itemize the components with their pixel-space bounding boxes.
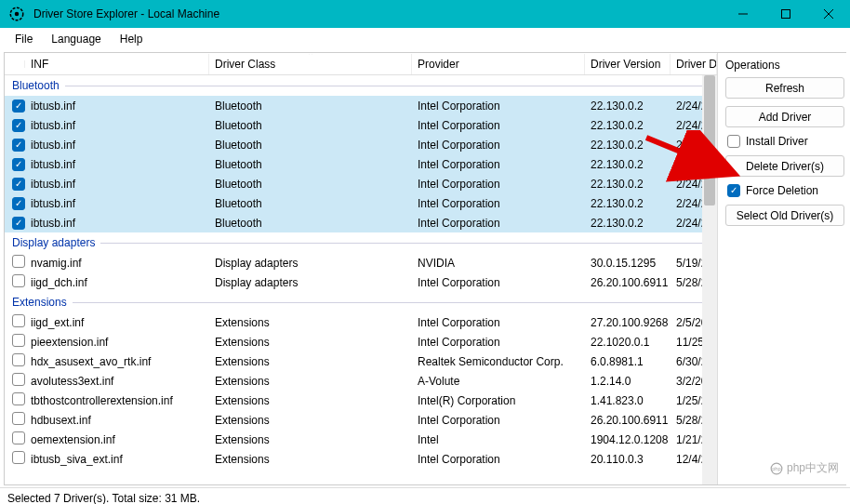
status-text: Selected 7 Driver(s). Total size: 31 MB. [7, 492, 200, 505]
svg-rect-3 [782, 10, 790, 19]
add-driver-button[interactable]: Add Driver [725, 106, 844, 127]
group-header[interactable]: Display adapters [5, 232, 717, 253]
table-row[interactable]: ibtusb_siva_ext.infExtensionsIntel Corpo… [5, 449, 717, 469]
cell-class: Bluetooth [209, 137, 412, 153]
group-name: Display adapters [12, 236, 95, 249]
table-row[interactable]: ibtusb.infBluetoothIntel Corporation22.1… [5, 174, 717, 193]
select-old-drivers-button[interactable]: Select Old Driver(s) [725, 205, 844, 226]
cell-inf: iigd_dch.inf [25, 274, 209, 291]
group-header[interactable]: Bluetooth [5, 75, 717, 96]
cell-provider: Intel Corporation [412, 176, 585, 192]
cell-class: Bluetooth [209, 195, 412, 212]
cell-provider: Intel [412, 431, 585, 448]
col-inf[interactable]: INF [25, 54, 209, 74]
col-provider[interactable]: Provider [412, 54, 585, 74]
table-row[interactable]: hdx_asusext_avo_rtk.infExtensionsRealtek… [5, 351, 717, 371]
cell-class: Bluetooth [209, 215, 412, 232]
menubar: File Language Help [0, 28, 850, 50]
operations-title: Operations [725, 59, 844, 72]
cell-version: 1904.12.0.1208 [585, 431, 671, 448]
cell-class: Extensions [209, 334, 412, 351]
row-checkbox[interactable] [12, 334, 25, 347]
table-row[interactable]: iigd_dch.infDisplay adaptersIntel Corpor… [5, 272, 717, 292]
install-driver-checkbox[interactable]: Install Driver [725, 135, 844, 148]
table-row[interactable]: oemextension.infExtensionsIntel1904.12.0… [5, 430, 717, 449]
row-checkbox[interactable] [12, 255, 25, 268]
table-row[interactable]: ibtusb.infBluetoothIntel Corporation22.1… [5, 96, 717, 115]
group-name: Bluetooth [12, 79, 60, 92]
cell-class: Extensions [209, 314, 412, 331]
scrollbar[interactable] [702, 75, 717, 484]
cell-provider: Intel Corporation [412, 98, 585, 114]
row-checkbox[interactable] [12, 353, 25, 366]
row-checkbox[interactable] [12, 392, 25, 405]
cell-version: 27.20.100.9268 [585, 314, 671, 331]
cell-version: 26.20.100.6911 [585, 274, 671, 291]
table-row[interactable]: pieextension.infExtensionsIntel Corporat… [5, 332, 717, 351]
col-class[interactable]: Driver Class [209, 54, 412, 74]
row-checkbox[interactable] [12, 431, 25, 444]
table-row[interactable]: hdbusext.infExtensionsIntel Corporation2… [5, 410, 717, 430]
table-body: Bluetoothibtusb.infBluetoothIntel Corpor… [5, 75, 717, 484]
cell-inf: ibtusb.inf [25, 137, 209, 153]
table-row[interactable]: ibtusb.infBluetoothIntel Corporation22.1… [5, 135, 717, 154]
cell-inf: avolutess3ext.inf [25, 373, 209, 390]
table-row[interactable]: ibtusb.infBluetoothIntel Corporation22.1… [5, 213, 717, 232]
cell-version: 22.130.0.2 [585, 117, 671, 134]
row-checkbox[interactable] [12, 274, 25, 287]
row-checkbox[interactable] [12, 99, 25, 113]
menu-file[interactable]: File [6, 30, 42, 48]
row-checkbox[interactable] [12, 373, 25, 386]
maximize-button[interactable] [764, 0, 807, 28]
minimize-button[interactable] [722, 0, 764, 28]
table-row[interactable]: avolutess3ext.infExtensionsA-Volute1.2.1… [5, 371, 717, 391]
refresh-button[interactable]: Refresh [725, 77, 844, 99]
row-checkbox[interactable] [12, 217, 25, 230]
col-version[interactable]: Driver Version [585, 54, 671, 74]
row-checkbox[interactable] [12, 412, 25, 425]
row-checkbox[interactable] [12, 139, 25, 152]
row-checkbox[interactable] [12, 119, 25, 132]
cell-class: Display adapters [209, 274, 412, 291]
cell-version: 1.2.14.0 [585, 373, 671, 390]
close-button[interactable] [807, 0, 850, 28]
cell-inf: iigd_ext.inf [25, 314, 209, 331]
group-header[interactable]: Extensions [5, 292, 717, 312]
cell-inf: oemextension.inf [25, 431, 209, 448]
row-checkbox[interactable] [12, 197, 25, 210]
cell-class: Extensions [209, 373, 412, 390]
svg-point-1 [15, 12, 20, 17]
cell-class: Bluetooth [209, 176, 412, 192]
cell-version: 30.0.15.1295 [585, 255, 671, 272]
cell-version: 22.130.0.2 [585, 156, 671, 173]
checkbox-icon [727, 135, 740, 148]
cell-class: Extensions [209, 392, 412, 409]
cell-inf: ibtusb.inf [25, 117, 209, 134]
force-deletion-checkbox[interactable]: Force Deletion [725, 184, 844, 197]
cell-version: 22.1020.0.1 [585, 334, 671, 351]
cell-class: Extensions [209, 451, 412, 468]
row-checkbox[interactable] [12, 178, 25, 191]
menu-language[interactable]: Language [42, 30, 110, 48]
row-checkbox[interactable] [12, 158, 25, 171]
table-row[interactable]: iigd_ext.infExtensionsIntel Corporation2… [5, 312, 717, 332]
cell-version: 6.0.8981.1 [585, 353, 671, 370]
menu-help[interactable]: Help [111, 30, 153, 48]
table-row[interactable]: ibtusb.infBluetoothIntel Corporation22.1… [5, 115, 717, 135]
cell-provider: A-Volute [412, 373, 585, 390]
cell-version: 20.110.0.3 [585, 451, 671, 468]
scroll-thumb[interactable] [704, 75, 715, 206]
table-row[interactable]: nvamig.infDisplay adaptersNVIDIA30.0.15.… [5, 253, 717, 272]
cell-provider: Intel Corporation [412, 412, 585, 429]
table-row[interactable]: ibtusb.infBluetoothIntel Corporation22.1… [5, 193, 717, 213]
row-checkbox[interactable] [12, 314, 25, 327]
col-date[interactable]: Driver D [671, 54, 717, 74]
table-row[interactable]: tbthostcontrollerextension.infExtensions… [5, 391, 717, 410]
app-icon [6, 3, 28, 25]
delete-drivers-button[interactable]: Delete Driver(s) [725, 155, 844, 177]
cell-provider: Intel Corporation [412, 215, 585, 232]
cell-version: 22.130.0.2 [585, 137, 671, 153]
row-checkbox[interactable] [12, 451, 25, 464]
table-row[interactable]: ibtusb.infBluetoothIntel Corporation22.1… [5, 154, 717, 174]
cell-inf: ibtusb.inf [25, 98, 209, 114]
